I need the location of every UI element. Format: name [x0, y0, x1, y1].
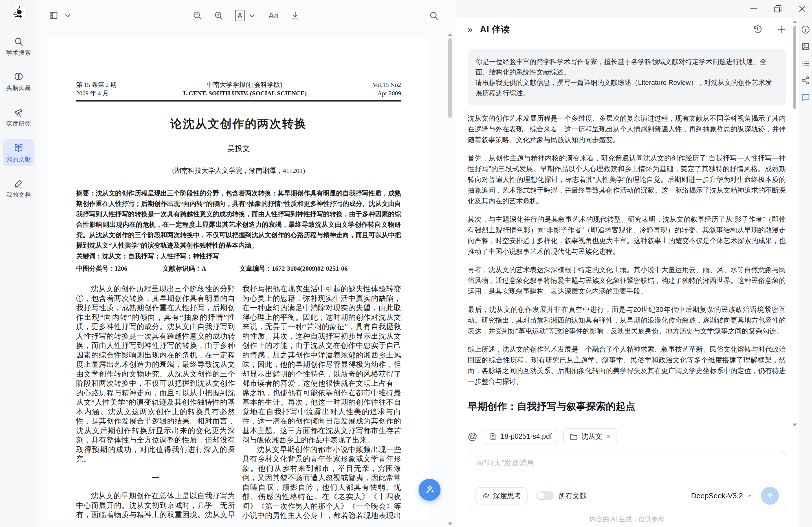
attachment-chip-pdf[interactable]: 18-p0251-s4.pdf [482, 429, 558, 444]
pdf-viewer: A Aa 第 15 卷第 2 期 2009 年 4 月 中南大学学报(社会科学版… [37, 0, 455, 527]
info-button[interactable] [801, 25, 810, 34]
image-button[interactable] [801, 42, 810, 51]
all-docs-label: 所有文献 [559, 491, 586, 500]
book-icon [14, 143, 24, 153]
chevron-down-icon [247, 11, 257, 20]
telescope-icon [14, 107, 24, 118]
message-input[interactable] [476, 458, 778, 481]
ai-response-section-heading: 早期创作：自我抒写与叙事探索的起点 [468, 400, 786, 413]
ai-magic-wand-button[interactable] [419, 479, 440, 501]
download-icon [290, 11, 300, 20]
new-chat-plus-icon[interactable] [776, 24, 786, 34]
paragraph: 沈从文的早期创作在总体上是以自我抒写为中心而展开的。沈从文初到京城时，几乎一无所… [76, 491, 235, 521]
sidebar-item-brainstorm[interactable]: 头脑风暴 [3, 68, 34, 95]
zoom-in-button[interactable] [214, 11, 224, 20]
collapse-panel-icon[interactable]: » [468, 24, 473, 35]
zoom-out-button[interactable] [192, 11, 203, 20]
sidebar-item-my-documents[interactable]: 我的文档 [3, 175, 34, 202]
ai-response-paragraph: 再者，沈从文的艺术表达深深植根于特定的文化土壤。其小说中大量运用云、雨、风、水等… [468, 264, 786, 297]
sidebar-item-label: 头脑风暴 [6, 84, 31, 92]
scrollbar-thumb[interactable] [448, 38, 452, 118]
paper-right-column: 我抒写把他在现实生活中引起的缺失性体验转变为心灵上的慰藉，弥补现实生活中真实的缺… [242, 284, 401, 521]
close-button[interactable] [797, 4, 807, 14]
user-message-bubble: 你是一位经验丰富的跨学科学术写作专家，擅长基于各学科领域文献对特定学术问题进行快… [468, 49, 786, 105]
journal-header: 第 15 卷第 2 期 2009 年 4 月 中南大学学报(社会科学版) J. … [76, 80, 401, 98]
paper-meta: 中图分类号：I206 文献标识码：A 文章编号：1672-3104(2009)0… [76, 264, 401, 273]
search-icon [14, 36, 24, 46]
paper-abstract: 摘要：沈从文的创作历程呈现出三个阶段性的分野，包含着两次转换：其早期创作具有明显… [76, 188, 401, 251]
model-name: DeepSeek-V3.2 [691, 492, 743, 500]
sidebar-item-deep-research[interactable]: 深度研究 [3, 104, 34, 131]
model-selector[interactable]: DeepSeek-V3.2 [691, 492, 753, 500]
ai-disclaimer: 内容由 AI 生成，仅供参考 [468, 515, 786, 524]
scroll-down-arrow[interactable] [793, 424, 797, 426]
scrollbar-thumb[interactable] [793, 26, 796, 109]
sidebar-panel-icon [48, 11, 59, 20]
input-controls: 深度思考 所有文献 DeepSeek-V3.2 [475, 487, 779, 505]
share-button[interactable] [801, 76, 810, 85]
scroll-up-arrow[interactable] [448, 33, 452, 36]
scroll-down-arrow[interactable] [448, 523, 452, 525]
ai-companion-panel: » AI 伴读 你是一位经验丰富的跨学科学术写作专家，擅长基于各学科领域文献对特… [455, 17, 799, 527]
message-input-box[interactable]: 深度思考 所有文献 DeepSeek-V3.2 [468, 451, 786, 510]
paper-author: 吴投文 [76, 144, 401, 154]
ai-panel-title: AI 伴读 [480, 24, 510, 35]
restore-button[interactable] [773, 4, 783, 14]
pdf-page[interactable]: 第 15 卷第 2 期 2009 年 4 月 中南大学学报(社会科学版) J. … [48, 38, 429, 521]
minimize-button[interactable] [749, 4, 758, 14]
magic-wand-icon [424, 484, 435, 495]
paragraph: 我抒写把他在现实生活中引起的缺失性体验转变为心灵上的慰藉，弥补现实生活中真实的缺… [242, 284, 401, 445]
mention-at-icon[interactable]: @ [468, 431, 478, 442]
ai-panel-scrollbar[interactable] [793, 20, 797, 426]
user-prompt-text: 请根据我提供的文献信息，撰写一篇详细的文献综述（Literature Revie… [476, 77, 778, 98]
window-controls [749, 4, 807, 14]
deep-think-atom-icon [482, 492, 490, 500]
attachment-chip-label: 沈从文 [581, 432, 603, 441]
comment-button[interactable] [801, 92, 810, 102]
all-docs-toggle[interactable] [536, 491, 554, 500]
toggle-knob [537, 492, 545, 499]
sidebar-item-label: 我的文献 [6, 155, 31, 163]
send-arrow-icon [766, 492, 774, 500]
paragraph: 沈从文的创作历程呈现出三个阶段性的分野①，包含着两次转换，其早期创作具有明显的自… [76, 284, 235, 464]
pdf-scrollbar[interactable] [447, 33, 453, 525]
sidebar-item-label: 深度研究 [6, 120, 31, 128]
journal-volume: Vol.15 No2 Apr 2009 [373, 80, 401, 98]
attachment-chip-folder[interactable]: 沈从文 × [563, 428, 617, 444]
scroll-up-arrow[interactable] [793, 20, 797, 23]
sidebar-item-label: 学术搜索 [6, 49, 31, 57]
remove-attachment-icon[interactable]: × [607, 433, 611, 440]
paper-keywords: 关键词：沈从文；自我抒写；人性抒写；神性抒写 [76, 251, 401, 262]
deep-think-label: 深度思考 [493, 491, 521, 500]
text-style-button[interactable]: Aa [269, 11, 279, 20]
user-prompt-text: 你是一位经验丰富的跨学科学术写作专家，擅长基于各学科领域文献对特定学术问题进行快… [476, 56, 778, 77]
chevron-down-icon [63, 11, 73, 20]
sidebar-item-academic-search[interactable]: 学术搜索 [3, 33, 34, 60]
journal-name: 中南大学学报(社会科学版) J. CENT. SOUTH UNIV. (SOCI… [183, 80, 307, 98]
search-in-document-button[interactable] [429, 11, 439, 20]
sidebar-item-label: 我的文档 [6, 191, 31, 199]
send-button[interactable] [761, 487, 779, 505]
ai-response-paragraph: 首先，从创作主题与精神内核的演变来看，研究普遍认同沈从文的创作经历了“自我抒写—… [468, 153, 786, 206]
font-icon: Aa [269, 11, 279, 20]
paper-affiliation: (湖南科技大学人文学院，湖南湘潭，411201) [76, 166, 401, 175]
outline-list-button[interactable] [801, 59, 810, 68]
sidebar-item-my-literature[interactable]: 我的文献 [3, 139, 34, 166]
section-heading-one: 一 [76, 473, 235, 483]
page-fit-button[interactable]: A [235, 10, 257, 21]
deep-think-button[interactable]: 深度思考 [475, 487, 528, 504]
ai-chat-transcript[interactable]: 你是一位经验丰富的跨学科学术写作专家，擅长基于各学科领域文献对特定学术问题进行快… [455, 42, 799, 440]
thumbnail-panel-toggle[interactable] [48, 11, 59, 20]
panel-mode-dropdown[interactable] [63, 11, 73, 20]
app-logo[interactable] [11, 4, 27, 21]
ai-response-paragraph: 沈从文的创作艺术发展历程是一个多维度、多层次的复杂演进过程，现有文献从不同学科视… [468, 113, 786, 145]
document-icon [489, 432, 497, 441]
download-button[interactable] [290, 11, 300, 20]
attachment-row: @ 18-p0251-s4.pdf 沈从文 × [468, 428, 786, 444]
brain-icon [14, 72, 24, 82]
sidebar: 学术搜索 头脑风暴 深度研究 我的文献 我的文档 [0, 0, 37, 527]
history-icon[interactable] [753, 24, 763, 34]
page-fit-icon: A [235, 10, 245, 21]
journal-issue: 第 15 卷第 2 期 2009 年 4 月 [76, 80, 116, 98]
pen-icon [14, 178, 24, 189]
